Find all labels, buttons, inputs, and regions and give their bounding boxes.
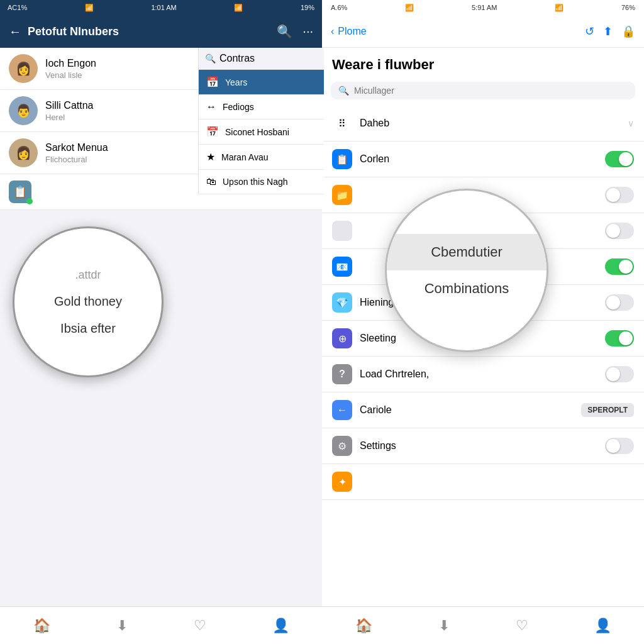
sleeting-toggle-knob <box>619 331 633 345</box>
magnify-line-2: Gold thoney <box>42 288 135 315</box>
dropdown-item-years[interactable]: 📅 Years <box>199 70 324 95</box>
magnify-line-1: .attdr <box>62 262 113 288</box>
upson-label: Upson this Nagh <box>223 177 288 187</box>
refresh-icon[interactable]: ↺ <box>585 25 594 38</box>
green-dot-indicator <box>26 198 33 204</box>
tab-down-left[interactable]: ⬇ <box>116 618 128 634</box>
hiening-toggle-knob <box>606 296 620 309</box>
settings-item-settings[interactable]: ⚙ Settings <box>322 428 644 464</box>
lock-icon[interactable]: 🔒 <box>621 25 635 38</box>
tab-heart-right[interactable]: ♡ <box>516 618 528 634</box>
toggle2-icon-box <box>332 221 352 241</box>
sleeting-toggle[interactable] <box>605 330 634 347</box>
tab-down-right[interactable]: ⬇ <box>438 618 450 634</box>
last-icon-box: ✦ <box>332 472 352 492</box>
email-toggle[interactable] <box>605 258 634 275</box>
tab-bar-left: 🏠 ⬇ ♡ 👤 <box>0 606 322 644</box>
back-chevron-right[interactable]: ‹ <box>331 26 334 37</box>
search-input-right[interactable] <box>354 86 628 96</box>
share-icon[interactable]: ⬆ <box>603 25 613 38</box>
magnify-circle-left: .attdr Gold thoney Ibsia efter <box>13 226 164 377</box>
search-icon-right: 🔍 <box>338 86 349 96</box>
cariole-icon-box: ← <box>332 400 352 420</box>
search-icon-mid: 🔍 <box>205 53 216 64</box>
left-panel: AC1% 📶 1:01 AM 📶 19% ← Petofut Nlnubers … <box>0 0 322 644</box>
years-icon: 📅 <box>206 76 219 88</box>
magnify-circle-right: Cbemdutier Combinations <box>385 189 548 352</box>
magnify-line-3: Ibsia efter <box>48 315 128 342</box>
dropdown-item-fediogs[interactable]: ↔ Fediogs <box>199 95 324 119</box>
tab-home-left[interactable]: 🏠 <box>33 618 50 634</box>
settings-item-daheb[interactable]: ⠿ Daheb ∨ <box>322 106 644 142</box>
tab-heart-left[interactable]: ♡ <box>194 618 206 634</box>
carrier-right: A.6% <box>331 4 347 11</box>
settings-item-load[interactable]: ? Load Chrtrelen, <box>322 357 644 392</box>
settings-item-last[interactable]: ✦ <box>322 464 644 500</box>
siconet-label: Siconet Hosbani <box>225 127 289 137</box>
page-title-left: Petofut Nlnubers <box>28 25 277 38</box>
fediogs-label: Fediogs <box>223 102 254 112</box>
tab-home-right[interactable]: 🏠 <box>355 618 372 634</box>
toggle2-knob <box>606 224 620 238</box>
settings-icon-box: ⚙ <box>332 436 352 456</box>
orange-toggle[interactable] <box>605 187 634 203</box>
tab-bar-right: 🏠 ⬇ ♡ 👤 <box>322 606 644 644</box>
right-panel: A.6% 📶 5:91 AM 📶 76% ‹ Plome ↺ ⬆ 🔒 Weare… <box>322 0 644 644</box>
load-icon-box: ? <box>332 364 352 384</box>
middle-search-bar: 🔍 Contras <box>199 48 324 70</box>
search-label-mid: Contras <box>219 53 255 64</box>
status-bar-left: AC1% 📶 1:01 AM 📶 19% <box>0 0 322 15</box>
status-bar-right: A.6% 📶 5:91 AM 📶 76% <box>322 0 644 15</box>
load-toggle[interactable] <box>605 366 634 382</box>
settings-item-corlen[interactable]: 📋 Corlen <box>322 142 644 177</box>
back-label-right[interactable]: Plome <box>338 26 366 37</box>
nav-header-left: ← Petofut Nlnubers 🔍 ··· <box>0 15 322 48</box>
maran-icon: ★ <box>206 151 215 163</box>
orange-icon-box: 📁 <box>332 185 352 205</box>
maran-label: Maran Avau <box>221 152 268 162</box>
dropdown-item-maran[interactable]: ★ Maran Avau <box>199 145 324 170</box>
dropdown-item-siconet[interactable]: 📅 Siconet Hosbani <box>199 119 324 145</box>
load-toggle-knob <box>606 367 620 381</box>
battery-left: 19% <box>301 4 314 11</box>
tab-person-right[interactable]: 👤 <box>594 618 611 634</box>
battery-icon-left: 📶 <box>234 4 243 12</box>
magnify-item-2[interactable]: Combinations <box>387 270 547 307</box>
email-icon-box: 📧 <box>332 257 352 277</box>
settings-item-cariole[interactable]: ← Cariole SPERОРLT <box>322 392 644 428</box>
search-icon-left[interactable]: 🔍 <box>277 24 292 39</box>
settings-toggle[interactable] <box>605 438 634 454</box>
hiening-toggle[interactable] <box>605 294 634 311</box>
more-icon-left[interactable]: ··· <box>303 24 313 39</box>
battery-right: 76% <box>621 4 635 11</box>
header-icons-right: ↺ ⬆ 🔒 <box>585 25 635 38</box>
siconet-icon: 📅 <box>206 126 219 138</box>
wifi-left: 📶 <box>85 4 94 12</box>
tab-person-left[interactable]: 👤 <box>272 618 289 634</box>
middle-dropdown-panel: 🔍 Contras 📅 Years ↔ Fediogs 📅 Siconet Ho… <box>198 48 324 194</box>
corlen-icon-box: 📋 <box>332 149 352 169</box>
years-label: Years <box>225 77 247 87</box>
page-title-right: Weare i fluwber <box>322 48 644 78</box>
avatar-2: 👨 <box>9 96 38 125</box>
upson-icon: 🛍 <box>206 176 216 187</box>
back-button-left[interactable]: ← <box>9 25 21 39</box>
search-row-right[interactable]: 🔍 <box>331 82 635 99</box>
corlen-label: Corlen <box>360 153 605 165</box>
hiening-icon-box: 💎 <box>332 292 352 313</box>
corlen-toggle-knob <box>619 152 633 166</box>
dropdown-item-upson[interactable]: 🛍 Upson this Nagh <box>199 170 324 194</box>
header-icons-left: 🔍 ··· <box>277 24 313 39</box>
daheb-icon-box: ⠿ <box>332 113 352 133</box>
corlen-toggle[interactable] <box>605 151 634 167</box>
avatar-3: 👩 <box>9 138 38 167</box>
magnify-item-1[interactable]: Cbemdutier <box>387 234 547 270</box>
settings-toggle-knob <box>606 439 620 453</box>
email-toggle-knob <box>619 260 633 274</box>
carrier-left: AC1% <box>8 4 27 11</box>
daheb-chevron: ∨ <box>628 118 634 128</box>
icon-box: 📋 <box>9 180 31 203</box>
settings-item-label: Settings <box>360 440 605 452</box>
cariole-badge-button[interactable]: SPERОРLT <box>581 403 634 417</box>
toggle2[interactable] <box>605 223 634 239</box>
